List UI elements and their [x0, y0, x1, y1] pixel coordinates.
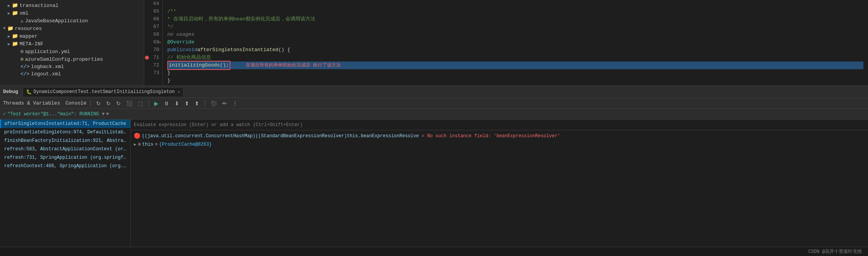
code-line-override: @Override — [167, 38, 863, 46]
rerun-button[interactable]: ↻ — [95, 100, 102, 107]
variable-eq: = — [155, 141, 158, 148]
stack-frame-3[interactable]: finishBeanFactoryInitialization:921, Abs… — [0, 136, 130, 145]
arrow-icon: ▼ — [3, 26, 6, 31]
mute-button[interactable]: ⬚ — [137, 100, 145, 107]
sidebar-item-mapper[interactable]: ▶ 📁 mapper — [0, 32, 144, 40]
variable-name: this — [142, 141, 153, 148]
sidebar-item-azuresaml[interactable]: ⚙ azureSamlConfig.properties — [0, 55, 144, 63]
spacer — [14, 72, 19, 76]
sidebar-item-label: mapper — [20, 33, 38, 39]
console-label[interactable]: Console — [65, 100, 87, 106]
code-line-70: // 初始化商品信息 — [167, 54, 863, 62]
sidebar-item-transactional[interactable]: ▶ 📁 transactional — [0, 2, 144, 9]
sidebar: ▶ 📁 transactional ▶ 📁 xml ☕ JavaSeBaseAp… — [0, 0, 144, 85]
sidebar-item-label: azureSamlConfig.properties — [25, 57, 103, 62]
code-line-66: * 在项目启动时，所有的单例bean都实例化完成后，会调用该方法 — [167, 15, 863, 23]
breakpoint-button[interactable]: ⚫ — [209, 100, 218, 107]
tab-icon: 🐛 — [26, 89, 32, 95]
resume-button[interactable]: ↻ — [105, 100, 112, 107]
stepover-button[interactable]: ⬇ — [173, 100, 181, 107]
sidebar-item-label: resources — [15, 26, 42, 32]
variables-content: 🔴 ((java.util.concurrent.ConcurrentHashM… — [131, 130, 868, 247]
thread-selector: ✓ "Test worker"@1..."main": RUNNING ▼ ▼ — [0, 109, 868, 120]
xml-icon: </> — [20, 71, 29, 77]
spacer — [14, 18, 19, 23]
stepout-button[interactable]: ⬆ — [193, 100, 201, 107]
variables-panel: Evaluate expression (Enter) or add a wat… — [131, 120, 868, 247]
threads-variables-label[interactable]: Threads & Variables — [3, 100, 60, 106]
ln-65: 65 — [144, 8, 159, 15]
eval-bar[interactable]: Evaluate expression (Enter) or add a wat… — [131, 120, 868, 130]
debug-panel: Debug 🐛 DynamicComponentTest.testSmartIn… — [0, 85, 868, 247]
stepinto-button[interactable]: ⬆ — [183, 100, 191, 107]
stack-frame-2[interactable]: preInstantiateSingletons:974, DefaultLis… — [0, 128, 130, 136]
sidebar-item-logoutxml[interactable]: </> logout.xml — [0, 70, 144, 78]
sidebar-item-resources[interactable]: ▼ 📁 resources — [0, 25, 144, 32]
code-line-73: } — [167, 77, 863, 85]
variable-error: 🔴 ((java.util.concurrent.ConcurrentHashM… — [134, 132, 865, 140]
more-button[interactable]: ⋮ — [231, 100, 239, 107]
ln-72: 72 — [144, 62, 159, 69]
code-line-64 — [167, 0, 863, 8]
bottom-bar-text: CSDN @花开十里落叶无情 — [808, 248, 862, 255]
separator3 — [205, 100, 205, 106]
debug-toolbar: Threads & Variables Console ↻ ↻ ↻ ⬛ ⬚ ▶ … — [0, 98, 868, 109]
sidebar-item-logbackxml[interactable]: </> logback.xml — [0, 63, 144, 70]
arrow-icon: ▶ — [8, 34, 10, 39]
filter-icon[interactable]: ▼ — [102, 111, 105, 117]
eval-placeholder: Evaluate expression (Enter) or add a wat… — [134, 122, 303, 128]
editor-area: 64 65 66 67 68 69 70 71 72 73 /** * 在项目启… — [144, 0, 868, 85]
sidebar-item-xml[interactable]: ▶ 📁 xml — [0, 9, 144, 17]
ln-66: 66 — [144, 15, 159, 23]
folder-icon: 📁 — [12, 41, 18, 47]
ln-64: 64 — [144, 0, 159, 8]
main-area: ▶ 📁 transactional ▶ 📁 xml ☕ JavaSeBaseAp… — [0, 0, 868, 85]
spacer — [14, 57, 19, 62]
java-icon: ☕ — [20, 18, 23, 24]
code-lines: /** * 在项目启动时，所有的单例bean都实例化完成后，会调用该方法 */ … — [163, 0, 868, 85]
stack-frame-6[interactable]: refreshContext:408, SpringApplication (o… — [0, 162, 130, 170]
ln-73: 73 — [144, 69, 159, 77]
sidebar-item-javaSeBaseApplication[interactable]: ☕ JavaSeBaseApplication — [0, 17, 144, 25]
variable-this[interactable]: ▶ ≡ this = {ProductCache@8263} — [134, 140, 865, 149]
ln-68: 68 — [144, 31, 159, 38]
spacer — [14, 65, 19, 69]
frame-text: refresh:583, AbstractApplicationContext … — [4, 146, 130, 152]
step-button[interactable]: ↻ — [115, 100, 122, 107]
stack-frame-5[interactable]: refresh:731, SpringApplication (org.spri… — [0, 153, 130, 162]
tab-close-icon[interactable]: ✕ — [178, 90, 180, 94]
expand-icon[interactable]: ▶ — [134, 141, 137, 148]
folder-icon: 📁 — [12, 33, 18, 39]
sidebar-item-metainf[interactable]: ▶ 📁 META-INF — [0, 40, 144, 48]
debug-tab[interactable]: 🐛 DynamicComponentTest.testSmartInitiali… — [23, 87, 183, 96]
stack-frame-1[interactable]: afterSingletonsInstantiated:71, ProductC… — [0, 120, 130, 128]
prop-icon: ⚙ — [20, 56, 23, 62]
stack-frame-4[interactable]: refresh:583, AbstractApplicationContext … — [0, 145, 130, 153]
dropdown-arrow[interactable]: ▼ — [106, 111, 109, 117]
code-line-67: */ — [167, 23, 863, 31]
variable-value: {ProductCache@8263} — [159, 141, 212, 148]
frame-text: finishBeanFactoryInitialization:921, Abs… — [4, 138, 130, 143]
ln-69: 69 — [144, 38, 159, 46]
stop-button[interactable]: ⬛ — [125, 100, 134, 107]
ln-71: 71 — [144, 54, 159, 62]
pause-button[interactable]: ⏸ — [162, 100, 171, 107]
edit-button[interactable]: ✏ — [221, 100, 228, 107]
arrow-icon: ▶ — [8, 11, 10, 16]
arrow-icon: ▶ — [8, 3, 10, 8]
separator — [90, 100, 91, 106]
separator2 — [148, 100, 149, 106]
sidebar-item-applicationyml[interactable]: ⚙ application.yml — [0, 48, 144, 55]
frame-text: afterSingletonsInstantiated:71, ProductC… — [4, 121, 126, 126]
sidebar-item-label: xml — [20, 10, 28, 16]
arrow-icon: ▶ — [8, 42, 10, 47]
play-button[interactable]: ▶ — [153, 100, 160, 107]
debug-header-row: Debug 🐛 DynamicComponentTest.testSmartIn… — [0, 86, 868, 98]
code-line-nousages: no usages — [167, 31, 863, 38]
yaml-icon: ⚙ — [20, 48, 23, 55]
ln-67: 67 — [144, 23, 159, 31]
list-icon: ≡ — [138, 141, 141, 148]
folder-icon: 📁 — [12, 2, 18, 8]
check-icon: ✓ — [3, 111, 6, 117]
line-numbers: 64 65 66 67 68 69 70 71 72 73 — [144, 0, 163, 85]
